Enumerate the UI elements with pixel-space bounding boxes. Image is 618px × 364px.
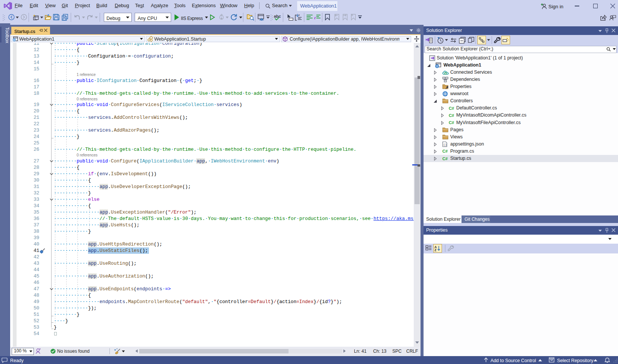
svg-text:Z: Z (434, 248, 436, 252)
svg-text:{}: {} (443, 143, 447, 146)
